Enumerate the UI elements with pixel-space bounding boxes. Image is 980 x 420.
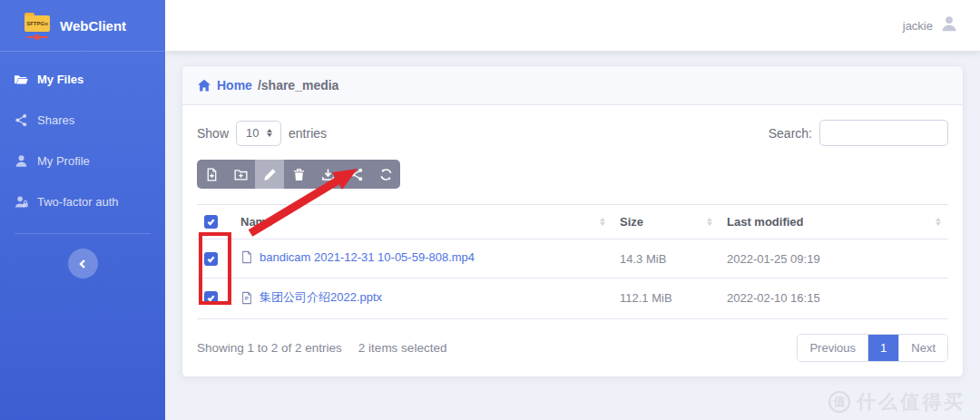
sidebar-collapse-button[interactable] <box>68 249 98 278</box>
files-card: Home /share_media Show 10 entries Search… <box>181 65 964 377</box>
next-page-button[interactable]: Next <box>899 335 947 361</box>
breadcrumb: Home /share_media <box>182 66 963 105</box>
page-1-button[interactable]: 1 <box>868 335 899 361</box>
sidebar-item-my-files[interactable]: My Files <box>0 59 165 100</box>
breadcrumb-home-link[interactable]: Home <box>217 78 252 93</box>
search-label: Search: <box>769 126 812 141</box>
watermark-badge: 值 <box>828 391 850 413</box>
sort-icon <box>600 218 605 226</box>
refresh-button[interactable] <box>371 160 400 189</box>
column-header-name[interactable]: Name <box>233 205 612 239</box>
sidebar: SFTPGo WebClient My Files Shares My Prof… <box>0 0 165 420</box>
previous-page-button[interactable]: Previous <box>798 335 868 361</box>
download-icon <box>321 168 335 181</box>
create-folder-button[interactable] <box>226 160 255 189</box>
file-modified: 2022-01-25 09:19 <box>720 239 948 278</box>
rename-button[interactable] <box>255 160 284 189</box>
share-icon <box>350 168 364 181</box>
sidebar-divider <box>15 233 151 234</box>
show-label: Show <box>197 126 229 141</box>
file-link[interactable]: bandicam 2021-12-31 10-05-59-808.mp4 <box>240 250 475 264</box>
smzdm-watermark: 值 什么值得买 <box>828 389 965 415</box>
folder-plus-icon <box>234 168 248 181</box>
sidebar-item-label: My Files <box>37 73 83 86</box>
entries-label: entries <box>289 126 327 141</box>
home-icon <box>197 79 211 93</box>
refresh-icon <box>379 168 393 181</box>
select-arrows-icon <box>267 129 272 137</box>
sidebar-item-shares[interactable]: Shares <box>0 100 165 141</box>
column-header-last-modified[interactable]: Last modified <box>720 205 948 239</box>
selection-info: 2 items selected <box>358 341 447 355</box>
main-content: Home /share_media Show 10 entries Search… <box>165 51 980 420</box>
pencil-icon <box>263 168 277 181</box>
share-button[interactable] <box>342 160 371 189</box>
breadcrumb-path: /share_media <box>258 78 339 93</box>
column-header-size[interactable]: Size <box>612 205 720 239</box>
sidebar-item-label: My Profile <box>37 154 90 168</box>
file-plus-icon <box>205 168 219 181</box>
user-icon <box>15 154 28 168</box>
download-button[interactable] <box>313 160 342 189</box>
share-icon <box>15 113 28 127</box>
sidebar-item-label: Two-factor auth <box>37 195 119 209</box>
select-all-checkbox[interactable] <box>204 215 218 229</box>
file-link[interactable]: P 集团公司介绍2022.pptx <box>240 289 382 306</box>
sort-icon <box>707 218 712 226</box>
upload-file-button[interactable] <box>197 160 226 189</box>
table-header-row: Name Size Last modified <box>197 205 948 239</box>
entries-info: Showing 1 to 2 of 2 entries <box>197 341 342 355</box>
pagination: Previous 1 Next <box>797 334 948 362</box>
username[interactable]: jackie <box>903 19 933 33</box>
trash-icon <box>292 168 306 181</box>
brand[interactable]: SFTPGo WebClient <box>0 0 165 51</box>
search-control: Search: <box>769 120 948 146</box>
user-lock-icon <box>15 195 28 209</box>
folder-open-icon <box>15 73 28 86</box>
file-icon <box>240 250 253 264</box>
user-icon[interactable] <box>940 15 958 36</box>
sort-icon <box>936 218 941 226</box>
sidebar-item-two-factor-auth[interactable]: Two-factor auth <box>0 181 165 222</box>
files-table: Name Size Last modified <box>197 204 948 319</box>
page-size-control: Show 10 entries <box>197 121 327 146</box>
file-size: 14.3 MiB <box>612 239 720 278</box>
svg-text:P: P <box>245 295 249 301</box>
search-input[interactable] <box>819 120 948 146</box>
file-size: 112.1 MiB <box>612 278 720 319</box>
row-checkbox[interactable] <box>204 252 218 266</box>
chevron-left-icon <box>78 259 87 269</box>
sidebar-item-my-profile[interactable]: My Profile <box>0 141 165 181</box>
sidebar-divider <box>0 51 165 52</box>
file-modified: 2022-02-10 16:15 <box>720 278 948 319</box>
table-row[interactable]: P 集团公司介绍2022.pptx 112.1 MiB 2022-02-10 1… <box>197 278 948 319</box>
file-powerpoint-icon: P <box>240 291 253 305</box>
sidebar-item-label: Shares <box>37 113 74 127</box>
brand-title: WebClient <box>60 18 126 34</box>
page-size-select[interactable]: 10 <box>236 121 281 146</box>
watermark-text: 什么值得买 <box>857 389 965 415</box>
delete-button[interactable] <box>284 160 313 189</box>
topbar: jackie <box>165 0 980 51</box>
row-checkbox[interactable] <box>204 291 218 305</box>
sftpgo-logo-icon: SFTPGo <box>24 10 51 41</box>
table-row[interactable]: bandicam 2021-12-31 10-05-59-808.mp4 14.… <box>197 239 948 278</box>
file-actions-toolbar <box>197 160 400 189</box>
